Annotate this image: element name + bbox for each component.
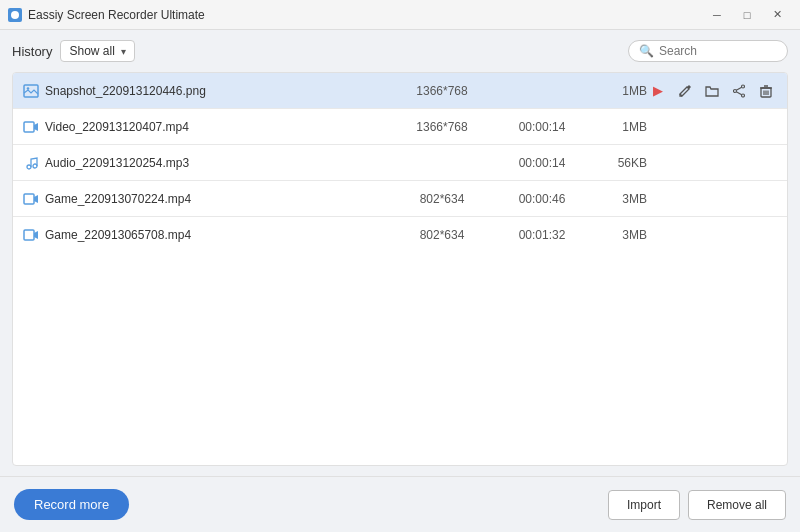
file-duration: 00:00:14 — [497, 156, 587, 170]
chevron-down-icon: ▾ — [121, 46, 126, 57]
record-more-button[interactable]: Record more — [14, 489, 129, 520]
file-size: 3MB — [587, 228, 647, 242]
svg-rect-12 — [24, 122, 34, 132]
share-button[interactable] — [727, 78, 750, 104]
title-bar-left: Eassiy Screen Recorder Ultimate — [8, 8, 205, 22]
file-name: Video_220913120407.mp4 — [23, 119, 387, 135]
svg-point-3 — [741, 85, 744, 88]
file-type-icon — [23, 155, 39, 171]
file-resolution: 802*634 — [387, 228, 497, 242]
import-button[interactable]: Import — [608, 490, 680, 520]
svg-rect-15 — [24, 194, 34, 204]
file-duration: 00:00:46 — [497, 192, 587, 206]
file-duration: 00:00:14 — [497, 120, 587, 134]
table-row[interactable]: Snapshot_220913120446.png 1366*768 1MB ▶ — [13, 73, 787, 109]
file-duration: 00:01:32 — [497, 228, 587, 242]
minimize-button[interactable]: ─ — [702, 4, 732, 26]
row-actions: ▶ — [647, 78, 777, 104]
bottom-bar: Record more Import Remove all — [0, 476, 800, 532]
svg-line-6 — [736, 87, 741, 90]
filter-dropdown[interactable]: Show all ▾ — [60, 40, 134, 62]
file-type-icon — [23, 227, 39, 243]
close-button[interactable]: ✕ — [762, 4, 792, 26]
table-row[interactable]: Video_220913120407.mp4 1366*768 00:00:14… — [13, 109, 787, 145]
play-button[interactable]: ▶ — [647, 78, 670, 104]
file-type-icon — [23, 191, 39, 207]
app-title: Eassiy Screen Recorder Ultimate — [28, 8, 205, 22]
search-icon: 🔍 — [639, 44, 654, 58]
search-box[interactable]: 🔍 — [628, 40, 788, 62]
table-row[interactable]: Game_220913065708.mp4 802*634 00:01:32 3… — [13, 217, 787, 253]
edit-button[interactable] — [674, 78, 697, 104]
app-icon — [8, 8, 22, 22]
recordings-table: Snapshot_220913120446.png 1366*768 1MB ▶ — [12, 72, 788, 466]
maximize-button[interactable]: □ — [732, 4, 762, 26]
history-label: History — [12, 44, 52, 59]
file-resolution: 1366*768 — [387, 84, 497, 98]
file-name: Game_220913070224.mp4 — [23, 191, 387, 207]
file-size: 3MB — [587, 192, 647, 206]
dropdown-value: Show all — [69, 44, 114, 58]
window-controls: ─ □ ✕ — [702, 4, 792, 26]
svg-point-4 — [741, 94, 744, 97]
svg-line-7 — [736, 91, 741, 94]
file-size: 1MB — [587, 120, 647, 134]
file-resolution: 802*634 — [387, 192, 497, 206]
file-resolution: 1366*768 — [387, 120, 497, 134]
open-folder-button[interactable] — [701, 78, 724, 104]
delete-button[interactable] — [754, 78, 777, 104]
bottom-right-actions: Import Remove all — [608, 490, 786, 520]
file-type-icon — [23, 83, 39, 99]
remove-all-button[interactable]: Remove all — [688, 490, 786, 520]
table-row[interactable]: Game_220913070224.mp4 802*634 00:00:46 3… — [13, 181, 787, 217]
file-name: Game_220913065708.mp4 — [23, 227, 387, 243]
svg-point-0 — [11, 11, 19, 19]
search-input[interactable] — [659, 44, 777, 58]
toolbar-left: History Show all ▾ — [12, 40, 135, 62]
title-bar: Eassiy Screen Recorder Ultimate ─ □ ✕ — [0, 0, 800, 30]
main-area: History Show all ▾ 🔍 Snapshot_2209131204… — [0, 30, 800, 476]
file-name: Snapshot_220913120446.png — [23, 83, 387, 99]
toolbar: History Show all ▾ 🔍 — [12, 40, 788, 62]
svg-rect-16 — [24, 230, 34, 240]
svg-point-2 — [27, 87, 30, 90]
file-size: 1MB — [587, 84, 647, 98]
table-row[interactable]: Audio_220913120254.mp3 00:00:14 56KB — [13, 145, 787, 181]
file-name: Audio_220913120254.mp3 — [23, 155, 387, 171]
file-type-icon — [23, 119, 39, 135]
file-size: 56KB — [587, 156, 647, 170]
svg-point-5 — [733, 89, 736, 92]
